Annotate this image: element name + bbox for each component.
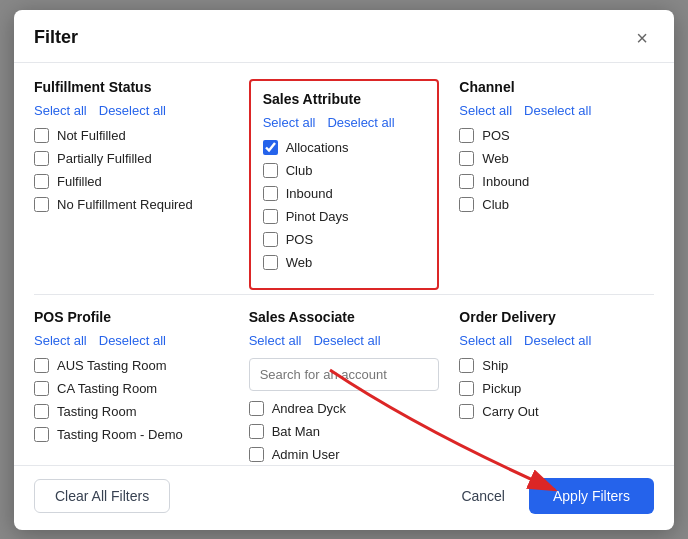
channel-item-3[interactable]: Club (459, 197, 642, 212)
channel-item-0[interactable]: POS (459, 128, 642, 143)
pos-item-2[interactable]: Tasting Room (34, 404, 229, 419)
sa-item-0[interactable]: Andrea Dyck (249, 401, 440, 416)
fulfillment-label-2: Fulfilled (57, 174, 102, 189)
modal-body: Fulfillment Status Select all Deselect a… (14, 63, 674, 465)
sales-attr-item-4[interactable]: POS (263, 232, 426, 247)
fulfillment-checkbox-3[interactable] (34, 197, 49, 212)
sales-attr-deselect-all[interactable]: Deselect all (327, 115, 394, 130)
fulfillment-select-all[interactable]: Select all (34, 103, 87, 118)
channel-checkbox-2[interactable] (459, 174, 474, 189)
od-item-0[interactable]: Ship (459, 358, 654, 373)
pos-item-3[interactable]: Tasting Room - Demo (34, 427, 229, 442)
apply-filters-button[interactable]: Apply Filters (529, 478, 654, 514)
sales-attr-item-0[interactable]: Allocations (263, 140, 426, 155)
sales-attr-checkbox-2[interactable] (263, 186, 278, 201)
sales-attribute-title: Sales Attribute (263, 91, 426, 107)
sales-attr-checkbox-5[interactable] (263, 255, 278, 270)
sa-checkbox-2[interactable] (249, 447, 264, 462)
pos-label-3: Tasting Room - Demo (57, 427, 183, 442)
sales-attr-item-3[interactable]: Pinot Days (263, 209, 426, 224)
pos-label-0: AUS Tasting Room (57, 358, 167, 373)
channel-checkbox-1[interactable] (459, 151, 474, 166)
sales-attr-item-1[interactable]: Club (263, 163, 426, 178)
pos-item-1[interactable]: CA Tasting Room (34, 381, 229, 396)
sa-item-1[interactable]: Bat Man (249, 424, 440, 439)
sales-attr-item-5[interactable]: Web (263, 255, 426, 270)
modal-header: Filter × (14, 10, 674, 63)
pos-label-1: CA Tasting Room (57, 381, 157, 396)
od-checkbox-0[interactable] (459, 358, 474, 373)
footer-actions: Cancel Apply Filters (449, 478, 654, 514)
sales-attr-select-all[interactable]: Select all (263, 115, 316, 130)
pos-deselect-all[interactable]: Deselect all (99, 333, 166, 348)
fulfillment-label-3: No Fulfillment Required (57, 197, 193, 212)
channel-label-3: Club (482, 197, 509, 212)
filter-modal: Filter × Fulfillment Status Select all D… (14, 10, 674, 530)
sales-attr-label-5: Web (286, 255, 313, 270)
sa-select-all[interactable]: Select all (249, 333, 302, 348)
channel-item-1[interactable]: Web (459, 151, 642, 166)
channel-label-0: POS (482, 128, 509, 143)
sales-attr-label-1: Club (286, 163, 313, 178)
channel-checkbox-3[interactable] (459, 197, 474, 212)
fulfillment-item-3[interactable]: No Fulfillment Required (34, 197, 229, 212)
sales-associate-section: Sales Associate Select all Deselect all … (241, 309, 448, 465)
od-select-all[interactable]: Select all (459, 333, 512, 348)
order-delivery-title: Order Delivery (459, 309, 654, 325)
sales-attr-label-2: Inbound (286, 186, 333, 201)
fulfillment-item-0[interactable]: Not Fulfilled (34, 128, 229, 143)
od-checkbox-2[interactable] (459, 404, 474, 419)
pos-select-all[interactable]: Select all (34, 333, 87, 348)
sales-attr-checkbox-0[interactable] (263, 140, 278, 155)
sales-attribute-links: Select all Deselect all (263, 115, 426, 130)
od-deselect-all[interactable]: Deselect all (524, 333, 591, 348)
sa-deselect-all[interactable]: Deselect all (313, 333, 380, 348)
channel-deselect-all[interactable]: Deselect all (524, 103, 591, 118)
fulfillment-status-links: Select all Deselect all (34, 103, 229, 118)
sales-associate-title: Sales Associate (249, 309, 440, 325)
fulfillment-item-2[interactable]: Fulfilled (34, 174, 229, 189)
fulfillment-deselect-all[interactable]: Deselect all (99, 103, 166, 118)
pos-profile-links: Select all Deselect all (34, 333, 229, 348)
order-delivery-section: Order Delivery Select all Deselect all S… (447, 309, 654, 465)
od-label-1: Pickup (482, 381, 521, 396)
channel-checkbox-0[interactable] (459, 128, 474, 143)
account-search-input[interactable] (249, 358, 440, 391)
fulfillment-checkbox-0[interactable] (34, 128, 49, 143)
channel-label-2: Inbound (482, 174, 529, 189)
pos-checkbox-0[interactable] (34, 358, 49, 373)
order-delivery-links: Select all Deselect all (459, 333, 654, 348)
cancel-button[interactable]: Cancel (449, 480, 517, 512)
sa-item-2[interactable]: Admin User (249, 447, 440, 462)
sales-attr-checkbox-1[interactable] (263, 163, 278, 178)
od-item-2[interactable]: Carry Out (459, 404, 654, 419)
sales-attr-checkbox-4[interactable] (263, 232, 278, 247)
sa-label-2: Admin User (272, 447, 340, 462)
pos-profile-section: POS Profile Select all Deselect all AUS … (34, 309, 241, 465)
pos-profile-title: POS Profile (34, 309, 229, 325)
sales-attribute-section: Sales Attribute Select all Deselect all … (249, 79, 440, 290)
pos-checkbox-3[interactable] (34, 427, 49, 442)
sales-attr-item-2[interactable]: Inbound (263, 186, 426, 201)
fulfillment-item-1[interactable]: Partially Fulfilled (34, 151, 229, 166)
channel-title: Channel (459, 79, 642, 95)
sa-checkbox-0[interactable] (249, 401, 264, 416)
channel-select-all[interactable]: Select all (459, 103, 512, 118)
pos-item-0[interactable]: AUS Tasting Room (34, 358, 229, 373)
fulfillment-checkbox-2[interactable] (34, 174, 49, 189)
sa-label-0: Andrea Dyck (272, 401, 346, 416)
od-item-1[interactable]: Pickup (459, 381, 654, 396)
clear-all-button[interactable]: Clear All Filters (34, 479, 170, 513)
channel-item-2[interactable]: Inbound (459, 174, 642, 189)
sales-associate-links: Select all Deselect all (249, 333, 440, 348)
pos-checkbox-1[interactable] (34, 381, 49, 396)
sa-checkbox-1[interactable] (249, 424, 264, 439)
sales-attr-checkbox-3[interactable] (263, 209, 278, 224)
sales-attr-label-3: Pinot Days (286, 209, 349, 224)
od-label-2: Carry Out (482, 404, 538, 419)
od-checkbox-1[interactable] (459, 381, 474, 396)
pos-checkbox-2[interactable] (34, 404, 49, 419)
od-label-0: Ship (482, 358, 508, 373)
fulfillment-checkbox-1[interactable] (34, 151, 49, 166)
close-button[interactable]: × (630, 26, 654, 50)
